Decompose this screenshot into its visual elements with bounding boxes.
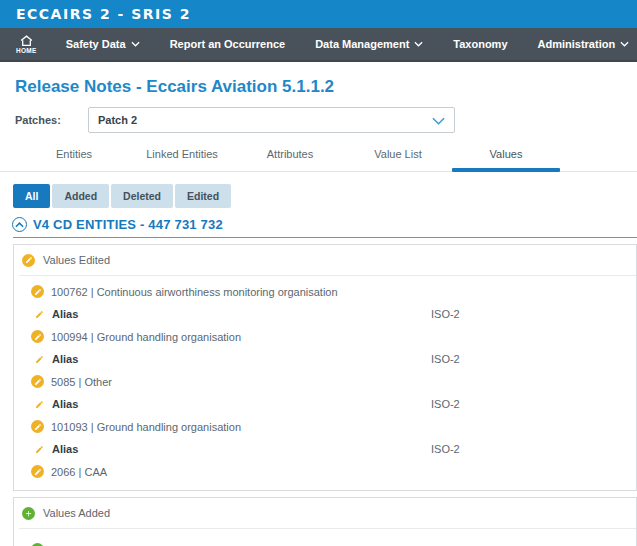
nav-item-label: Taxonomy: [453, 38, 507, 50]
filter-added-button[interactable]: Added: [52, 184, 109, 208]
plus-circle-icon: [22, 507, 35, 520]
value-item[interactable]: 100994 | Ground handling organisation: [14, 325, 636, 348]
nav-item-safety-data[interactable]: Safety Data: [51, 28, 155, 60]
nav-item-report-occurrence[interactable]: Report an Occurrence: [155, 28, 301, 60]
nav-home-button[interactable]: HOME: [0, 28, 51, 60]
value-item-label: 100994 | Ground handling organisation: [51, 331, 241, 343]
section-divider: [13, 237, 637, 238]
tab-attributes[interactable]: Attributes: [236, 145, 344, 172]
chevron-down-icon: [414, 41, 423, 47]
main-nav: HOME Safety Data Report an Occurrence Da…: [0, 28, 637, 62]
pencil-circle-icon: [31, 330, 44, 343]
values-edited-header: Values Edited: [14, 245, 636, 275]
value-item-label: 100762 | Continuous airworthiness monito…: [51, 286, 338, 298]
app-logo[interactable]: ECCAIRS 2 - SRIS 2: [16, 6, 191, 22]
pencil-icon: [35, 445, 45, 454]
page-title: Release Notes - Eccairs Aviation 5.1.1.2: [15, 77, 637, 97]
attribute-name: Alias: [52, 443, 78, 455]
attribute-value: ISO-2: [431, 308, 460, 320]
value-attribute-row: Alias ISO-2: [14, 348, 636, 370]
pencil-circle-icon: [31, 420, 44, 433]
attribute-value: ISO-2: [431, 443, 460, 455]
pencil-icon: [35, 355, 45, 364]
pencil-circle-icon: [31, 465, 44, 478]
filter-all-button[interactable]: All: [13, 184, 50, 208]
patches-selected-value: Patch 2: [98, 114, 137, 126]
value-item[interactable]: 200000 | Airone GmbH: [14, 538, 636, 546]
pencil-icon: [35, 400, 45, 409]
chevron-down-icon: [620, 41, 629, 47]
pencil-icon: [35, 310, 45, 319]
nav-item-data-management[interactable]: Data Management: [300, 28, 438, 60]
home-icon: [20, 35, 33, 46]
value-item[interactable]: 100762 | Continuous airworthiness monito…: [14, 280, 636, 303]
attribute-value: ISO-2: [431, 353, 460, 365]
section-header-v4-cd-entities[interactable]: V4 CD ENTITIES - 447 731 732: [12, 217, 637, 232]
value-item[interactable]: 101093 | Ground handling organisation: [14, 415, 636, 438]
value-item[interactable]: 5085 | Other: [14, 370, 636, 393]
tab-value-list[interactable]: Value List: [344, 145, 452, 172]
tab-values[interactable]: Values: [452, 145, 560, 172]
chevron-down-icon: [432, 111, 445, 129]
nav-item-label: Safety Data: [66, 38, 126, 50]
tab-linked-entities[interactable]: Linked Entities: [128, 145, 236, 172]
values-edited-title: Values Edited: [43, 254, 110, 266]
nav-item-taxonomy[interactable]: Taxonomy: [438, 28, 522, 60]
section-title: V4 CD ENTITIES - 447 731 732: [33, 217, 223, 232]
attribute-name: Alias: [52, 353, 78, 365]
nav-home-label: HOME: [16, 47, 37, 54]
values-added-header: Values Added: [14, 498, 636, 528]
pencil-circle-icon: [31, 375, 44, 388]
main-content: Release Notes - Eccairs Aviation 5.1.1.2…: [0, 77, 637, 546]
attribute-name: Alias: [52, 398, 78, 410]
filter-edited-button[interactable]: Edited: [175, 184, 231, 208]
filter-deleted-button[interactable]: Deleted: [111, 184, 173, 208]
nav-item-administration[interactable]: Administration: [523, 28, 637, 60]
patches-label: Patches:: [15, 114, 61, 126]
pencil-circle-icon: [22, 254, 35, 267]
nav-item-label: Report an Occurrence: [170, 38, 286, 50]
chevron-up-circle-icon[interactable]: [12, 217, 27, 232]
nav-item-label: Administration: [538, 38, 616, 50]
patches-select[interactable]: Patch 2: [88, 107, 455, 133]
app-window: ECCAIRS 2 - SRIS 2 HOME Safety Data Repo…: [0, 0, 637, 546]
pencil-circle-icon: [31, 285, 44, 298]
patches-row: Patches: Patch 2: [0, 107, 637, 133]
value-item-label: 101093 | Ground handling organisation: [51, 421, 241, 433]
chevron-down-icon: [131, 41, 140, 47]
value-attribute-row: Alias ISO-2: [14, 438, 636, 460]
value-item-label: 5085 | Other: [51, 376, 112, 388]
tab-entities[interactable]: Entities: [20, 145, 128, 172]
top-bar: ECCAIRS 2 - SRIS 2: [0, 0, 637, 28]
value-attribute-row: Alias ISO-2: [14, 393, 636, 415]
nav-item-label: Data Management: [315, 38, 409, 50]
value-attribute-row: Alias ISO-2: [14, 303, 636, 325]
attribute-name: Alias: [52, 308, 78, 320]
value-item[interactable]: 2066 | CAA: [14, 460, 636, 483]
values-added-card: Values Added 200000 | Airone GmbH: [13, 497, 637, 546]
values-edited-card: Values Edited 100762 | Continuous airwor…: [13, 244, 637, 491]
values-added-title: Values Added: [43, 507, 110, 519]
tab-bar: Entities Linked Entities Attributes Valu…: [0, 145, 637, 172]
attribute-value: ISO-2: [431, 398, 460, 410]
filter-bar: All Added Deleted Edited: [13, 184, 637, 208]
value-item-label: 2066 | CAA: [51, 466, 107, 478]
